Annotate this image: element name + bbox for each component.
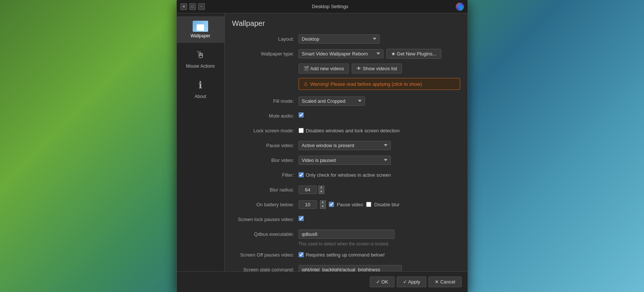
lock-screen-checkbox[interactable] (299, 128, 304, 133)
window-title: Desktop Settings (205, 4, 456, 9)
screen-state-control (299, 265, 460, 272)
wallpaper-type-row: Wallpaper type: Smart Video Wallpaper Re… (232, 48, 460, 59)
screen-state-input[interactable] (299, 265, 402, 272)
warning-icon: ⚠ (303, 81, 308, 87)
footer: ✓ OK ✓ Apply ✕ Cancel (177, 271, 468, 292)
qdbus-label: Qdbus executable: (232, 231, 299, 237)
battery-row: On battery below: ▲ ▼ Pause video Disabl… (232, 199, 460, 210)
close-button[interactable]: ✕ (180, 3, 187, 10)
apply-button[interactable]: ✓ Apply (397, 276, 426, 287)
video-buttons: 🎬 Add new videos 👁 Show videos list (299, 64, 460, 74)
battery-value-input[interactable] (299, 200, 317, 209)
sidebar-item-wallpaper[interactable]: Wallpaper (177, 16, 224, 43)
screen-state-row: Screen state command: (232, 264, 460, 271)
layout-select[interactable]: Desktop Tablet Phone (299, 34, 380, 44)
wallpaper-type-label: Wallpaper type: (232, 51, 299, 57)
blur-radius-label: Blur radius: (232, 187, 299, 193)
add-new-videos-button[interactable]: 🎬 Add new videos (299, 64, 349, 74)
layout-row: Layout: Desktop Tablet Phone (232, 34, 460, 44)
section-title: Wallpaper (232, 19, 460, 28)
screen-state-label: Screen state command: (232, 267, 299, 272)
screen-off-control: Requires setting up command below! (299, 252, 460, 258)
qdbus-input[interactable] (299, 230, 395, 239)
fill-mode-label: Fill mode: (232, 98, 299, 104)
lock-screen-label: Lock screen mode: (232, 128, 299, 133)
main-inner: Wallpaper Layout: Desktop Tablet Phone W… (225, 13, 468, 271)
screen-off-text: Requires setting up command below! (306, 252, 385, 258)
filter-label: Filter: (232, 172, 299, 178)
mute-audio-checkbox[interactable] (299, 112, 304, 118)
battery-spinners: ▲ ▼ (320, 200, 326, 209)
cancel-button[interactable]: ✕ Cancel (428, 276, 461, 287)
ok-button[interactable]: ✓ OK (370, 276, 395, 287)
wallpaper-type-select[interactable]: Smart Video Wallpaper Reborn (299, 49, 383, 58)
sidebar-item-about[interactable]: ℹ About (177, 73, 224, 103)
blur-radius-spinners: ▲ ▼ (318, 186, 324, 194)
battery-pause-label: Pause video (337, 202, 364, 207)
screen-off-row: Screen Off pauses video: Requires settin… (232, 249, 460, 260)
info-icon: ℹ (193, 78, 208, 92)
titlebar: ✕ □ − Desktop Settings 🌐 (177, 0, 468, 13)
minimize-button[interactable]: − (198, 3, 205, 10)
blur-radius-wrap: ▲ ▼ (299, 186, 460, 194)
screen-lock-row: Screen lock pauses video: (232, 214, 460, 224)
lock-screen-text: Disables windows and lock screen detecti… (306, 128, 400, 133)
fill-mode-select[interactable]: Scaled and Cropped Scaled Scaled, keep r… (299, 96, 365, 106)
mute-audio-row: Mute audio: (232, 111, 460, 121)
blur-video-label: Blur video: (232, 157, 299, 163)
show-videos-list-button[interactable]: 👁 Show videos list (352, 64, 402, 74)
video-buttons-control: 🎬 Add new videos 👁 Show videos list (299, 64, 460, 74)
fill-mode-control: Scaled and Cropped Scaled Scaled, keep r… (299, 96, 460, 106)
blur-video-row: Blur video: Video is paused Never Always (232, 155, 460, 165)
lock-screen-control: Disables windows and lock screen detecti… (299, 128, 460, 133)
screen-off-label: Screen Off pauses video: (232, 252, 299, 258)
sidebar-mouse-label: Mouse Actions (186, 64, 215, 69)
layout-label: Layout: (232, 36, 299, 42)
sidebar-item-mouse-actions[interactable]: 🖱 Mouse Actions (177, 43, 224, 73)
mute-audio-label: Mute audio: (232, 113, 299, 119)
blur-video-select[interactable]: Video is paused Never Always (299, 156, 391, 165)
sidebar-about-label: About (194, 94, 206, 99)
pause-video-row: Pause video: Active window is present Ne… (232, 140, 460, 150)
wallpaper-icon (193, 21, 208, 32)
app-icon: 🌐 (456, 3, 464, 11)
qdbus-row: Qdbus executable: (232, 229, 460, 239)
desktop-settings-window: ✕ □ − Desktop Settings 🌐 Wallpaper 🖱 Mou… (176, 0, 468, 292)
blur-radius-control: ▲ ▼ (299, 186, 460, 194)
pause-video-select[interactable]: Active window is present Never Always On… (299, 141, 391, 150)
get-new-plugins-button[interactable]: ★ Get New Plugins... (386, 49, 441, 59)
blur-radius-up[interactable]: ▲ (318, 186, 324, 190)
main-content: Wallpaper Layout: Desktop Tablet Phone W… (225, 13, 468, 271)
filter-checkbox-row: Only check for windows in active screen (299, 172, 460, 178)
battery-label: On battery below: (232, 202, 299, 207)
screen-off-checkbox-row: Requires setting up command below! (299, 252, 460, 258)
warning-text: Warning! Please read before applying (cl… (310, 81, 422, 87)
battery-down[interactable]: ▼ (320, 205, 326, 209)
warning-box[interactable]: ⚠ Warning! Please read before applying (… (299, 78, 460, 90)
lock-screen-checkbox-row: Disables windows and lock screen detecti… (299, 128, 460, 133)
qdbus-control (299, 230, 460, 239)
warning-control: ⚠ Warning! Please read before applying (… (299, 78, 460, 91)
battery-disable-blur-checkbox[interactable] (366, 202, 371, 207)
battery-pause-checkbox[interactable] (329, 202, 334, 207)
battery-up[interactable]: ▲ (320, 200, 326, 204)
maximize-button[interactable]: □ (189, 3, 196, 10)
filter-checkbox[interactable] (299, 172, 304, 177)
lock-screen-row: Lock screen mode: Disables windows and l… (232, 125, 460, 136)
blur-video-control: Video is paused Never Always (299, 156, 460, 165)
screen-lock-checkbox[interactable] (299, 216, 304, 221)
pause-video-label: Pause video: (232, 143, 299, 148)
layout-control: Desktop Tablet Phone (299, 34, 460, 44)
blur-radius-input[interactable] (299, 186, 317, 194)
filter-text: Only check for windows in active screen (306, 172, 391, 178)
battery-inner-row: ▲ ▼ Pause video Disable blur (299, 200, 460, 209)
sidebar: Wallpaper 🖱 Mouse Actions ℹ About (177, 13, 225, 271)
video-buttons-row: 🎬 Add new videos 👁 Show videos list (232, 63, 460, 74)
warning-row: ⚠ Warning! Please read before applying (… (232, 78, 460, 91)
battery-disable-blur-label: Disable blur (374, 202, 400, 207)
window-body: Wallpaper 🖱 Mouse Actions ℹ About Wallpa… (177, 13, 468, 271)
blur-radius-down[interactable]: ▼ (318, 190, 324, 194)
filter-row: Filter: Only check for windows in active… (232, 170, 460, 180)
screen-lock-label: Screen lock pauses video: (232, 217, 299, 222)
screen-off-checkbox[interactable] (299, 252, 304, 257)
